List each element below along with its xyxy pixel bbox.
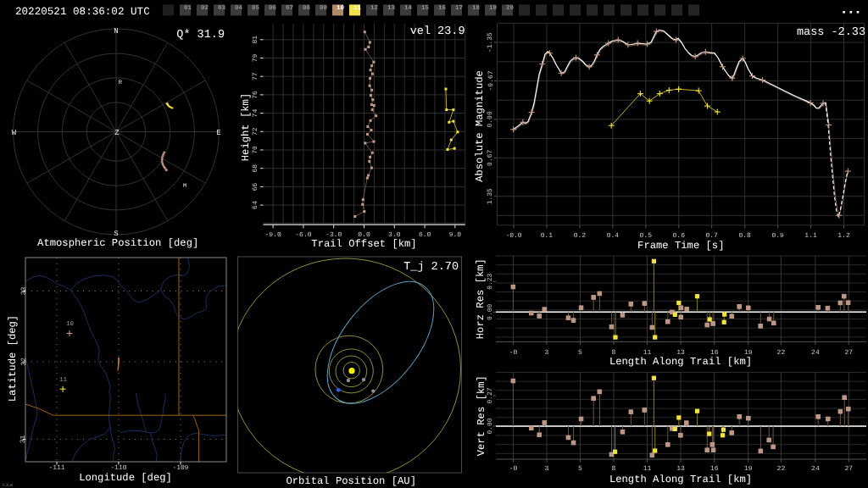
svg-text:11: 11 [59,377,68,384]
svg-text:13: 13 [676,465,685,473]
svg-text:-109: -109 [172,464,188,472]
svg-text:M: M [183,183,186,190]
svg-text:-111: -111 [48,464,64,472]
svg-text:16: 16 [438,4,447,12]
svg-text:5: 5 [578,349,582,357]
svg-text:05: 05 [252,4,260,12]
svg-text:6.0: 6.0 [419,231,431,239]
svg-text:33: 33 [20,287,28,296]
svg-text:Longitude [deg]: Longitude [deg] [79,472,172,484]
svg-text:10: 10 [337,4,345,12]
svg-text:01: 01 [184,4,192,12]
svg-text:11: 11 [353,5,362,12]
svg-text:15: 15 [421,5,430,12]
svg-text:Z: Z [114,129,120,137]
svg-text:18: 18 [472,4,481,12]
svg-text:32: 32 [20,358,28,366]
svg-text:-6.0: -6.0 [295,231,311,239]
svg-text:02: 02 [201,4,209,12]
svg-text:14: 14 [404,5,413,12]
svg-text:04: 04 [235,4,243,12]
svg-text:-0.0: -0.0 [505,232,521,240]
svg-text:E: E [216,129,220,137]
svg-text:0.67: 0.67 [487,149,495,165]
svg-text:64: 64 [252,201,259,209]
svg-text:W: W [12,129,17,137]
svg-text:27: 27 [844,465,853,473]
svg-text:FJLW: FJLW [3,483,13,488]
svg-text:3: 3 [545,465,549,473]
svg-text:8: 8 [612,465,616,473]
svg-text:N: N [114,27,118,36]
svg-text:Vert Res [km]: Vert Res [km] [476,375,487,456]
svg-text:1.35: 1.35 [487,188,495,204]
svg-text:79: 79 [252,54,259,63]
svg-text:5: 5 [578,465,582,473]
svg-text:vel 23.9: vel 23.9 [410,25,465,38]
svg-text:08: 08 [303,4,311,12]
svg-text:Height [km]: Height [km] [240,93,252,161]
svg-text:-1.35: -1.35 [487,32,495,53]
svg-text:66: 66 [252,182,259,191]
svg-text:68: 68 [252,164,259,173]
svg-text:mass -2.33: mass -2.33 [797,26,865,39]
svg-text:-110: -110 [110,464,126,472]
svg-text:0.00: 0.00 [487,418,494,434]
svg-text:1.2: 1.2 [837,232,850,240]
svg-text:07: 07 [286,4,293,12]
svg-text:72: 72 [252,127,259,136]
svg-text:-0: -0 [509,349,518,357]
svg-text:0.1: 0.1 [541,232,554,240]
svg-text:-0: -0 [509,465,518,473]
svg-text:0.00: 0.00 [487,111,495,127]
svg-text:10: 10 [66,320,75,328]
svg-text:0.23: 0.23 [487,273,494,289]
svg-text:1.1: 1.1 [804,232,817,240]
svg-text:Frame Time [s]: Frame Time [s] [637,240,724,252]
svg-text:Atmospheric Position [deg]: Atmospheric Position [deg] [37,237,198,249]
svg-text:Length Along Trail [km]: Length Along Trail [km] [609,356,752,368]
svg-text:17: 17 [455,5,463,12]
svg-text:11: 11 [643,465,652,473]
svg-text:3: 3 [545,349,549,357]
svg-text:Horz Res [km]: Horz Res [km] [476,258,487,339]
svg-text:T_j 2.70: T_j 2.70 [403,261,459,274]
svg-text:13: 13 [387,4,396,12]
svg-text:03: 03 [218,4,226,12]
svg-text:20: 20 [506,4,515,12]
svg-text:06: 06 [269,4,277,12]
svg-text:22: 22 [777,465,786,473]
svg-text:81: 81 [252,36,259,44]
svg-text:20220521 08:36:02 UTC: 20220521 08:36:02 UTC [15,6,150,18]
svg-text:31: 31 [20,435,28,443]
svg-text:19: 19 [489,4,498,12]
svg-text:09: 09 [320,4,328,12]
svg-text:9.0: 9.0 [449,231,462,239]
svg-text:Orbital Position [AU]: Orbital Position [AU] [286,475,416,487]
svg-text:Q* 31.9: Q* 31.9 [176,29,225,42]
svg-text:24: 24 [811,465,820,473]
svg-text:0.2: 0.2 [574,232,587,240]
svg-text:76: 76 [252,91,259,99]
svg-text:19: 19 [744,465,753,473]
svg-text:0.8: 0.8 [738,232,751,240]
svg-text:70: 70 [252,146,259,154]
svg-text:0.9: 0.9 [771,232,784,240]
svg-text:Absolute Magnitude: Absolute Magnitude [474,70,486,182]
svg-text:24: 24 [811,349,820,357]
svg-text:74: 74 [252,109,259,118]
svg-text:22: 22 [777,349,786,357]
svg-text:0.4: 0.4 [607,232,620,240]
svg-text:0.27: 0.27 [487,387,494,403]
svg-text:Length Along Trail [km]: Length Along Trail [km] [609,474,752,485]
svg-text:Trail Offset [km]: Trail Offset [km] [311,238,416,250]
svg-text:-9.0: -9.0 [265,231,281,239]
svg-text:Latitude [deg]: Latitude [deg] [7,315,19,402]
svg-text:-0.67: -0.67 [487,70,495,91]
svg-text:0.00: 0.00 [487,303,494,319]
svg-text:12: 12 [370,4,379,12]
svg-text:27: 27 [844,349,853,357]
svg-text:16: 16 [710,465,719,473]
svg-text:77: 77 [252,72,259,80]
